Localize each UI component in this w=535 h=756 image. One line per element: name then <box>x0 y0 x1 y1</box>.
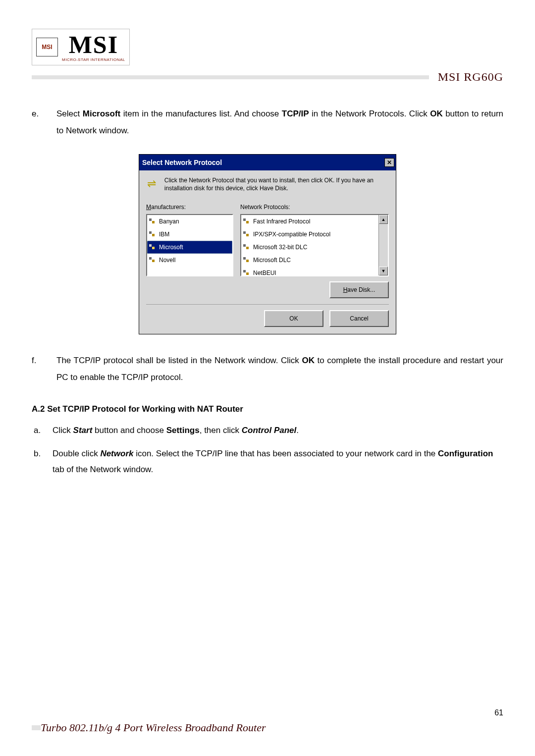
label-rest: anufacturers: <box>151 204 186 211</box>
text-bold: Microsoft <box>83 109 121 118</box>
list-item[interactable]: IPX/SPX-compatible Protocol <box>241 228 378 241</box>
close-icon: ✕ <box>387 160 392 165</box>
list-item[interactable]: Microsoft <box>147 241 232 254</box>
text-bold-italic: Network <box>100 449 133 458</box>
list-item[interactable]: Microsoft DLC <box>241 254 378 267</box>
underline: M <box>146 204 151 211</box>
step-e: e. Select Microsoft item in the manufact… <box>32 106 503 139</box>
content: e. Select Microsoft item in the manufact… <box>32 106 503 478</box>
footer-row: Turbo 802.11b/g 4 Port Wireless Broadban… <box>32 721 503 734</box>
list-item[interactable]: Microsoft 32-bit DLC <box>241 241 378 254</box>
cancel-button[interactable]: Cancel <box>329 310 389 327</box>
text: , then click <box>200 426 242 435</box>
text: in the Network Protocols. Click <box>309 109 430 118</box>
text: Double click <box>53 449 100 458</box>
protocols-items: Fast Infrared ProtocolIPX/SPX-compatible… <box>241 215 378 275</box>
list-item-label: IBM <box>159 228 169 240</box>
text: The TCP/IP protocol shall be listed in t… <box>56 356 302 365</box>
list-item-label: Microsoft DLC <box>253 254 291 266</box>
logo-wordmark: MSI <box>69 32 118 57</box>
list-item-label: NetBEUI <box>253 267 276 276</box>
step-f-marker: f. <box>32 352 48 386</box>
rule-line <box>32 75 429 79</box>
text: icon. Select the TCP/IP line that has be… <box>133 449 438 458</box>
page-footer: Turbo 802.11b/g 4 Port Wireless Broadban… <box>32 721 503 734</box>
list-item-label: Fast Infrared Protocol <box>253 216 310 227</box>
text-bold-italic: Start <box>73 426 93 435</box>
header-rule: MSI RG60G <box>32 70 503 84</box>
dialog-screenshot: Select Network Protocol ✕ ⇌ Click the Ne… <box>32 154 503 334</box>
arrow-down-icon: ▼ <box>381 267 386 275</box>
label-rest: ave Disk... <box>347 286 375 293</box>
list-item-label: Microsoft 32-bit DLC <box>253 241 307 253</box>
section-a2-steps: a. Click Start button and choose Setting… <box>34 423 503 478</box>
protocols-column: Network Protocols: Fast Infrared Protoco… <box>240 201 389 276</box>
step-f: f. The TCP/IP protocol shall be listed i… <box>32 352 503 386</box>
list-item[interactable]: Fast Infrared Protocol <box>241 215 378 228</box>
list-item[interactable]: Banyan <box>147 215 232 228</box>
text-bold: OK <box>302 356 315 365</box>
list-item-label: Microsoft <box>159 241 183 253</box>
dialog-title: Select Network Protocol <box>142 156 222 169</box>
list-item-label: IPX/SPX-compatible Protocol <box>253 228 330 240</box>
text: item in the manufactures list. And choos… <box>120 109 282 118</box>
page-number: 61 <box>494 708 503 717</box>
close-button[interactable]: ✕ <box>384 158 394 167</box>
manufacturers-column: Manufacturers: BanyanIBMMicrosoftNovell <box>146 201 233 276</box>
list-item[interactable]: NetBEUI <box>241 267 378 276</box>
logo-subtext: MICRO-STAR INTERNATIONAL <box>62 58 125 62</box>
plug-icon <box>243 270 250 276</box>
arrow-up-icon: ▲ <box>381 215 386 224</box>
manufacturers-listbox[interactable]: BanyanIBMMicrosoftNovell <box>146 214 233 276</box>
select-network-protocol-dialog: Select Network Protocol ✕ ⇌ Click the Ne… <box>139 154 396 334</box>
dialog-intro: ⇌ Click the Network Protocol that you wa… <box>146 176 389 192</box>
step-e-body: Select Microsoft item in the manufacture… <box>56 106 503 139</box>
section-a2-heading: A.2 Set TCP/IP Protocol for Working with… <box>32 401 503 418</box>
text-bold: Settings <box>166 426 200 435</box>
step-b: b. Double click Network icon. Select the… <box>34 446 503 478</box>
dialog-titlebar: Select Network Protocol ✕ <box>139 155 396 170</box>
plug-icon <box>149 244 156 250</box>
dialog-separator <box>146 304 389 305</box>
text: Click <box>53 426 73 435</box>
scroll-up-button[interactable]: ▲ <box>379 215 388 224</box>
model-name: MSI RG60G <box>438 70 503 84</box>
footer-rule-left <box>32 725 41 730</box>
logo-main: MSI MICRO-STAR INTERNATIONAL <box>62 32 125 62</box>
protocols-scrollbar[interactable]: ▲ ▼ <box>378 215 388 275</box>
ok-cancel-row: OK Cancel <box>146 310 389 327</box>
step-a: a. Click Start button and choose Setting… <box>34 423 503 438</box>
list-item-label: Banyan <box>159 216 179 227</box>
manufacturers-label: Manufacturers: <box>146 201 233 213</box>
document-page: MSI MSI MICRO-STAR INTERNATIONAL MSI RG6… <box>0 0 535 756</box>
step-a-body: Click Start button and choose Settings, … <box>53 423 299 438</box>
have-disk-button[interactable]: Have Disk... <box>329 281 389 298</box>
protocol-icon: ⇌ <box>146 176 158 191</box>
plug-icon <box>149 231 156 237</box>
dialog-body: ⇌ Click the Network Protocol that you wa… <box>139 170 396 334</box>
dialog-columns: Manufacturers: BanyanIBMMicrosoftNovell … <box>146 201 389 276</box>
plug-icon <box>149 218 156 224</box>
plug-icon <box>243 257 250 263</box>
scroll-down-button[interactable]: ▼ <box>379 267 388 275</box>
msi-logo: MSI MSI MICRO-STAR INTERNATIONAL <box>32 29 130 65</box>
dialog-intro-text: Click the Network Protocol that you want… <box>164 176 389 192</box>
list-item[interactable]: IBM <box>147 228 232 241</box>
step-f-body: The TCP/IP protocol shall be listed in t… <box>56 352 503 386</box>
step-b-body: Double click Network icon. Select the TC… <box>53 446 503 478</box>
logo-chip-text: MSI <box>42 44 52 50</box>
list-item-label: Novell <box>159 254 175 266</box>
ok-button[interactable]: OK <box>264 310 323 327</box>
logo-bar: MSI MSI MICRO-STAR INTERNATIONAL <box>32 29 503 65</box>
text: button and choose <box>92 426 166 435</box>
plug-icon <box>149 257 156 263</box>
text: . <box>296 426 299 435</box>
protocols-label: Network Protocols: <box>240 201 389 213</box>
protocols-listbox[interactable]: Fast Infrared ProtocolIPX/SPX-compatible… <box>240 214 389 276</box>
plug-icon <box>243 218 250 224</box>
text: tab of the Network window. <box>53 465 153 474</box>
text-bold: Configuration <box>438 449 493 458</box>
step-e-marker: e. <box>32 106 48 139</box>
list-item[interactable]: Novell <box>147 254 232 267</box>
text-bold: TCP/IP <box>282 109 309 118</box>
